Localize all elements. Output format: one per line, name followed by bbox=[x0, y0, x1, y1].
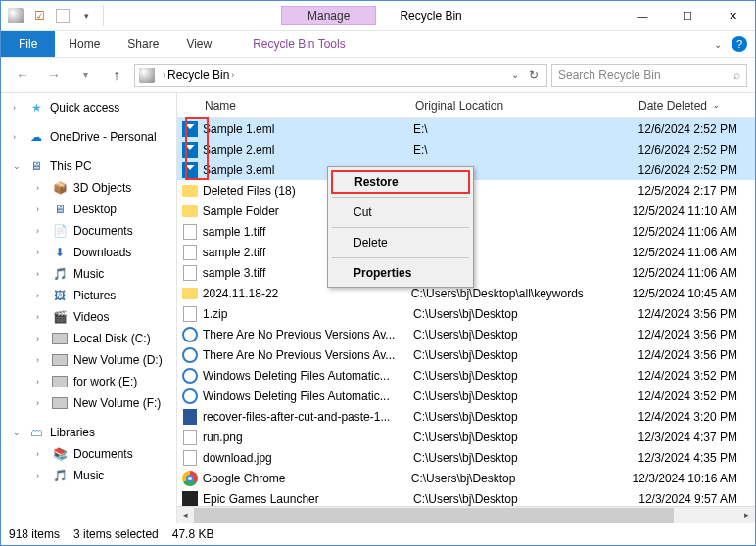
sidebar-item-new-volume-f-[interactable]: ›New Volume (F:) bbox=[1, 392, 176, 414]
recent-locations-icon[interactable]: ▾ bbox=[71, 62, 99, 89]
scroll-left-icon[interactable]: ◂ bbox=[177, 507, 194, 523]
sidebar-item-this-pc[interactable]: ⌄ 🖥 This PC bbox=[1, 156, 176, 177]
chevron-right-icon[interactable]: › bbox=[36, 471, 46, 480]
context-menu-properties[interactable]: Properties bbox=[330, 261, 471, 285]
chevron-right-icon[interactable]: › bbox=[36, 398, 46, 408]
chevron-right-icon[interactable]: › bbox=[229, 70, 236, 80]
context-menu-cut[interactable]: Cut bbox=[330, 201, 471, 224]
sidebar-item-label: Downloads bbox=[73, 246, 131, 259]
sidebar-item-videos[interactable]: ›🎬Videos bbox=[1, 306, 176, 328]
sidebar-item-lib-music[interactable]: ›🎵Music bbox=[1, 465, 176, 486]
qat-blank-icon[interactable] bbox=[52, 5, 73, 26]
sidebar-item-for-work-e-[interactable]: ›for work (E:) bbox=[1, 371, 176, 392]
search-input[interactable]: Search Recycle Bin ⌕ bbox=[551, 64, 747, 87]
file-original-location: C:\Users\bj\Desktop\all\keywords bbox=[407, 287, 629, 300]
sidebar-item-pictures[interactable]: ›🖼Pictures bbox=[1, 285, 176, 306]
menu-separator bbox=[332, 227, 469, 228]
column-header-date-deleted[interactable]: Date Deleted ⌄ bbox=[635, 99, 755, 113]
file-date-deleted: 12/4/2024 3:56 PM bbox=[633, 348, 755, 362]
sidebar-item-onedrive[interactable]: › ☁ OneDrive - Personal bbox=[1, 126, 176, 148]
up-button[interactable]: ↑ bbox=[103, 62, 130, 89]
file-row[interactable]: There Are No Previous Versions Av...C:\U… bbox=[177, 324, 755, 344]
forward-button[interactable]: → bbox=[40, 62, 68, 89]
chevron-right-icon[interactable]: › bbox=[36, 226, 46, 236]
file-row[interactable]: 1.zipC:\Users\bj\Desktop12/4/2024 3:56 P… bbox=[177, 303, 755, 324]
column-header-name[interactable]: Name bbox=[201, 99, 411, 113]
back-button[interactable]: ← bbox=[9, 62, 36, 89]
address-input[interactable]: › Recycle Bin › ⌄ ↻ bbox=[134, 64, 547, 87]
refresh-icon[interactable]: ↻ bbox=[525, 68, 543, 82]
help-icon[interactable]: ? bbox=[732, 36, 747, 52]
file-row[interactable]: download.jpgC:\Users\bj\Desktop12/3/2024… bbox=[177, 447, 755, 468]
file-type-icon bbox=[177, 430, 199, 445]
search-icon[interactable]: ⌕ bbox=[733, 68, 740, 82]
file-type-icon bbox=[177, 288, 199, 299]
minimize-button[interactable]: — bbox=[620, 1, 665, 31]
sidebar-item-documents[interactable]: ›📄Documents bbox=[1, 220, 176, 242]
file-row[interactable]: Windows Deleting Files Automatic...C:\Us… bbox=[177, 365, 755, 386]
home-tab[interactable]: Home bbox=[55, 31, 114, 57]
file-row[interactable]: Google ChromeC:\Users\bj\Desktop12/3/202… bbox=[177, 468, 755, 488]
sidebar-item-local-disk-c-[interactable]: ›Local Disk (C:) bbox=[1, 328, 176, 349]
file-original-location: C:\Users\bj\Desktop bbox=[409, 451, 633, 465]
chevron-right-icon[interactable]: › bbox=[36, 377, 46, 387]
chevron-down-icon[interactable]: ⌄ bbox=[13, 428, 23, 437]
file-row[interactable]: Sample 2.emlE:\12/6/2024 2:52 PM bbox=[177, 139, 755, 159]
sidebar-item-music[interactable]: ›🎵Music bbox=[1, 263, 176, 285]
sidebar-item-lib-documents[interactable]: ›📚Documents bbox=[1, 443, 176, 465]
qat-dropdown-icon[interactable]: ▾ bbox=[75, 5, 97, 26]
file-row[interactable]: Sample 1.emlE:\12/6/2024 2:52 PM bbox=[177, 118, 755, 139]
breadcrumb-location[interactable]: Recycle Bin bbox=[167, 68, 229, 82]
chevron-right-icon[interactable]: › bbox=[36, 183, 46, 193]
file-name: Sample 1.eml bbox=[199, 122, 409, 136]
drive-folder-icon bbox=[52, 352, 68, 368]
expand-ribbon-icon[interactable]: ⌄ bbox=[714, 39, 722, 50]
file-original-location: C:\Users\bj\Desktop bbox=[409, 492, 633, 506]
view-tab[interactable]: View bbox=[172, 31, 225, 57]
file-row[interactable]: run.pngC:\Users\bj\Desktop12/3/2024 4:37… bbox=[177, 427, 755, 447]
file-type-icon bbox=[177, 224, 199, 240]
chevron-right-icon[interactable]: › bbox=[36, 291, 46, 300]
horizontal-scrollbar[interactable]: ◂ ▸ bbox=[177, 506, 755, 523]
chevron-right-icon[interactable]: › bbox=[13, 132, 23, 142]
context-menu-restore[interactable]: Restore bbox=[331, 170, 470, 194]
sidebar-item-desktop[interactable]: ›🖥Desktop bbox=[1, 199, 176, 220]
sidebar-item-new-volume-d-[interactable]: ›New Volume (D:) bbox=[1, 349, 176, 371]
chevron-right-icon[interactable]: › bbox=[13, 103, 23, 113]
chevron-right-icon[interactable]: › bbox=[36, 248, 46, 257]
file-date-deleted: 12/3/2024 4:37 PM bbox=[633, 431, 755, 444]
chevron-right-icon[interactable]: › bbox=[36, 269, 46, 279]
maximize-button[interactable]: ☐ bbox=[665, 1, 710, 31]
scrollbar-thumb[interactable] bbox=[194, 508, 674, 523]
file-row[interactable]: Windows Deleting Files Automatic...C:\Us… bbox=[177, 386, 755, 406]
sidebar-item-label: Videos bbox=[73, 310, 109, 324]
close-button[interactable]: ✕ bbox=[710, 1, 755, 31]
share-tab[interactable]: Share bbox=[114, 31, 172, 57]
file-row[interactable]: recover-files-after-cut-and-paste-1...C:… bbox=[177, 406, 755, 427]
quick-access-icon: ★ bbox=[28, 100, 44, 115]
file-tab[interactable]: File bbox=[1, 31, 55, 57]
sidebar-item-quick-access[interactable]: › ★ Quick access bbox=[1, 97, 176, 118]
sidebar-item-3d-objects[interactable]: ›📦3D Objects bbox=[1, 177, 176, 199]
chevron-down-icon[interactable]: ⌄ bbox=[13, 161, 23, 171]
qat-properties-icon[interactable]: ☑ bbox=[28, 5, 50, 26]
column-header-original-location[interactable]: Original Location bbox=[411, 99, 635, 113]
context-menu-delete[interactable]: Delete bbox=[330, 231, 471, 254]
chevron-right-icon[interactable]: › bbox=[36, 449, 46, 459]
chevron-right-icon[interactable]: › bbox=[36, 334, 46, 343]
file-name: Windows Deleting Files Automatic... bbox=[199, 369, 409, 383]
file-row[interactable]: There Are No Previous Versions Av...C:\U… bbox=[177, 344, 755, 365]
file-original-location: C:\Users\bj\Desktop bbox=[407, 472, 629, 485]
address-dropdown-icon[interactable]: ⌄ bbox=[505, 69, 525, 80]
status-selected-count: 3 items selected bbox=[73, 527, 159, 541]
chevron-right-icon[interactable]: › bbox=[36, 312, 46, 322]
scroll-right-icon[interactable]: ▸ bbox=[738, 507, 755, 523]
recycle-bin-tools-tab[interactable]: Recycle Bin Tools bbox=[239, 31, 359, 57]
file-original-location: C:\Users\bj\Desktop bbox=[409, 348, 633, 362]
sidebar-item-libraries[interactable]: ⌄ 🗃 Libraries bbox=[1, 422, 176, 443]
chevron-right-icon[interactable]: › bbox=[36, 355, 46, 365]
sidebar-item-downloads[interactable]: ›⬇Downloads bbox=[1, 242, 176, 263]
chevron-right-icon[interactable]: › bbox=[36, 205, 46, 214]
chevron-right-icon[interactable]: › bbox=[161, 70, 167, 80]
file-type-icon bbox=[177, 306, 199, 322]
